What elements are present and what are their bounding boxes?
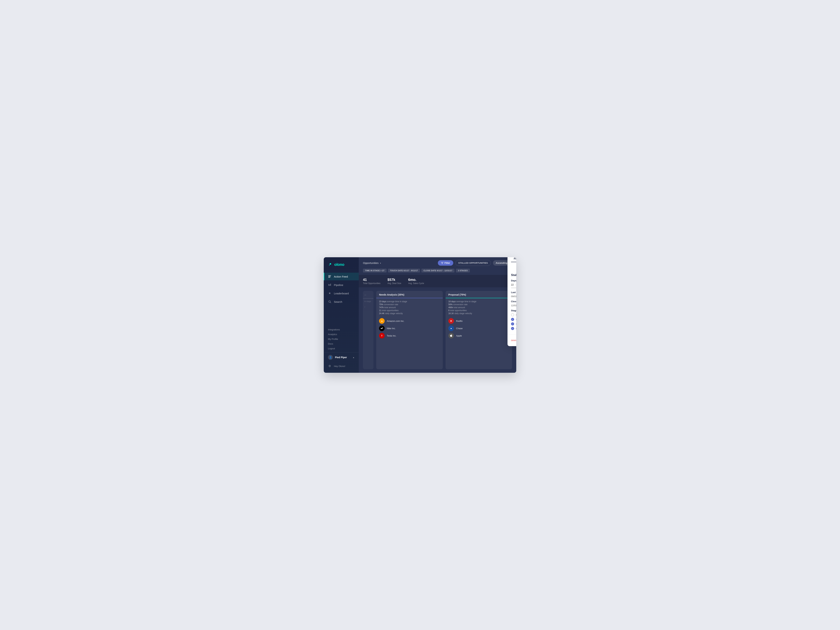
- stats-bar: 41 Total Opportunities $57k Avg. Deal Si…: [359, 275, 516, 287]
- sidebar-item-leaderboard[interactable]: Leaderboard: [324, 289, 359, 297]
- stage-option-needs-analysis[interactable]: ✓ Needs Analysis (35%): [511, 318, 516, 321]
- company-item: Nike Inc.: [379, 325, 440, 331]
- company-logo-apple: [448, 333, 454, 338]
- main-content: Opportunities ▾ Filter STALLED OPPORTUNI…: [359, 257, 516, 373]
- svg-rect-2: [330, 284, 331, 286]
- stat-line: 16 days average time in stage: [448, 300, 509, 303]
- days-in-stage-label: Days In Stage: [511, 279, 516, 282]
- company-item: a Amazon.com Inc.: [379, 318, 440, 324]
- stage-filter-label: Stage: [511, 309, 516, 312]
- pipeline-stages: ... in stage y Needs Analysis (35%) 23 d…: [359, 287, 516, 373]
- sidebar-link-integrations[interactable]: Integrations: [324, 327, 359, 332]
- filter-button[interactable]: Filter: [438, 260, 453, 266]
- sidebar-link-docs[interactable]: Docs: [324, 341, 359, 346]
- days-in-stage-range: 22 - 63: [511, 283, 516, 286]
- sidebar-link-my-profile[interactable]: My Profile: [324, 337, 359, 341]
- logo-icon: [328, 262, 333, 267]
- close-date-label: Close Date: [511, 300, 516, 303]
- app-logo: olono: [324, 257, 359, 271]
- sidebar-bottom: Integrations Analytics My Profile Docs L…: [324, 324, 359, 373]
- stat-total-opportunities: 41 Total Opportunities: [363, 278, 381, 284]
- last-touch-date-label: Last Touch Date: [511, 291, 516, 294]
- filter-tag-touch-date: TOUCH DATE 6/1/17 - 9/11/17: [388, 268, 420, 273]
- stat-line: 24.4K daily stage velocity: [379, 312, 440, 315]
- leaderboard-icon: [328, 292, 332, 295]
- stat-avg-sales-cycle: 6mo. Avg. Sales Cycle: [408, 278, 424, 284]
- stage-check-proposal: ✓: [511, 322, 514, 325]
- sidebar-item-action-feed[interactable]: Action Feed: [324, 273, 359, 280]
- delete-filter-button[interactable]: delete saved filter: [511, 339, 516, 342]
- company-item: ● Chase: [448, 325, 509, 331]
- location-icon: [328, 364, 332, 368]
- filter-tag-time-in-stage: TIME IN STAGE > 27: [363, 268, 387, 273]
- stage-option-qualification[interactable]: Qualification (10%): [511, 313, 516, 316]
- svg-point-4: [329, 365, 330, 366]
- company-item: T Tesla Inc.: [379, 333, 440, 338]
- search-icon: [328, 300, 332, 303]
- stat-line: 11 total opportunities: [379, 309, 440, 312]
- main-nav: Action Feed Pipeline Lea: [324, 271, 359, 307]
- stage-card-partial: ... in stage y: [363, 291, 373, 369]
- sidebar-item-pipeline[interactable]: Pipeline: [324, 281, 359, 289]
- stalled-opportunities-button[interactable]: STALLED OPPORTUNITIES: [455, 260, 491, 266]
- pipeline-icon: [328, 283, 332, 287]
- stat-line: 6 total opportunities: [448, 309, 509, 312]
- sidebar: olono Action Feed Pi: [324, 257, 359, 373]
- stage-header-proposal: Proposal (75%): [445, 291, 512, 298]
- company-logo-tesla: T: [379, 333, 385, 338]
- filter-footer: delete saved filter save changes: [507, 334, 516, 346]
- svg-rect-0: [328, 284, 329, 286]
- stage-option-proposal[interactable]: ✓ Proposal (75%): [511, 322, 516, 325]
- filter-tag-stages: 3 STAGES: [456, 268, 470, 273]
- sidebar-item-search[interactable]: Search: [324, 298, 359, 306]
- days-slider-track[interactable]: [511, 287, 516, 288]
- stage-card-proposal: Proposal (75%) 16 days average time in s…: [445, 291, 512, 369]
- action-feed-icon: [328, 275, 332, 278]
- filter-actions: reset +: [507, 262, 516, 273]
- dropdown-chevron: ▾: [380, 262, 381, 264]
- stat-line: 75% conversion rate: [379, 303, 440, 306]
- close-date-range: 12/01/2018 - 12/31/2017: [511, 304, 516, 307]
- stage-check-needs-analysis: ✓: [511, 318, 514, 321]
- logo-text: olono: [334, 262, 344, 267]
- user-expand-icon: ▲: [353, 356, 355, 358]
- avatar: 👤: [328, 355, 333, 360]
- filter-tabs: Filter Saved Filters: [511, 257, 516, 262]
- filter-panel: × Filter Saved Filters reset + Stalled O…: [507, 257, 516, 346]
- last-touch-date-range: 09/01/2017 - 09/31/2017: [511, 295, 516, 298]
- stage-option-negotiation[interactable]: ✓ Negotiation (90%): [511, 327, 516, 330]
- sidebar-link-analytics[interactable]: Analytics: [324, 332, 359, 337]
- hey-olono-nav[interactable]: Hey Olono!: [324, 362, 359, 370]
- filter-tag-close-date: CLOSE DATE 6/1/17 - 12/31/17: [422, 268, 455, 273]
- toolbar: Opportunities ▾ Filter STALLED OPPORTUNI…: [359, 257, 516, 268]
- stage-stats-needs-analysis: 23 days average time in stage 75% conver…: [376, 298, 443, 317]
- stage-header-needs-analysis: Needs Analysis (35%): [376, 291, 443, 298]
- stat-line: 16.1K daily stage velocity: [448, 312, 509, 315]
- sidebar-link-logout[interactable]: Logout: [324, 346, 359, 351]
- company-logo-redfin: R: [448, 318, 454, 324]
- company-logo-amazon: a: [379, 318, 385, 324]
- stat-line: 747k total amount: [379, 306, 440, 309]
- stage-options: Qualification (10%) ✓ Needs Analysis (35…: [511, 313, 516, 330]
- company-item: R Redfin: [448, 318, 509, 324]
- stat-line: 23 days average time in stage: [379, 300, 440, 303]
- stage-companies-proposal: R Redfin ● Chase Apple: [445, 317, 512, 340]
- stage-check-negotiation: ✓: [511, 327, 514, 330]
- filter-panel-title: Stalled Opportunities: [511, 273, 516, 277]
- svg-rect-1: [330, 284, 330, 286]
- stat-line: 56% conversion rate: [448, 303, 509, 306]
- filter-tags-bar: TIME IN STAGE > 27 TOUCH DATE 6/1/17 - 9…: [359, 268, 516, 275]
- stat-avg-deal-size: $57k Avg. Deal Size: [387, 278, 401, 284]
- page-title: Opportunities ▾: [363, 261, 381, 264]
- company-logo-nike: [379, 325, 385, 331]
- filter-tab-filter[interactable]: Filter: [511, 257, 516, 262]
- stage-card-needs-analysis: Needs Analysis (35%) 23 days average tim…: [376, 291, 443, 369]
- stage-check-qualification: [511, 313, 514, 316]
- company-item: Apple: [448, 333, 509, 338]
- stage-stats-proposal: 16 days average time in stage 56% conver…: [445, 298, 512, 317]
- stat-line: 460k total amount: [448, 306, 509, 309]
- filter-icon: [441, 262, 444, 264]
- company-logo-chase: ●: [448, 325, 454, 331]
- filter-body: Days In Stage 22 - 63 Last Touch Date 09…: [507, 279, 516, 333]
- sidebar-user[interactable]: 👤 Pied Piper ▲: [324, 352, 359, 362]
